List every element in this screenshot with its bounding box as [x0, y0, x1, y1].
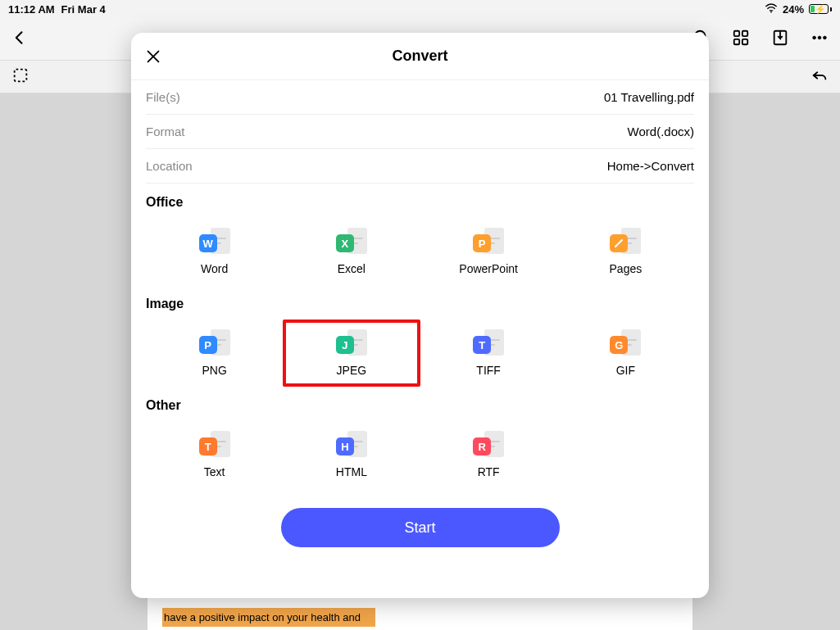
- format-png[interactable]: P PNG: [146, 320, 283, 387]
- grid-icon[interactable]: [732, 29, 750, 50]
- svg-rect-3: [742, 30, 747, 35]
- status-time: 11:12 AM: [8, 3, 55, 16]
- wifi-icon: [765, 3, 778, 16]
- start-button[interactable]: Start: [281, 508, 560, 547]
- format-jpeg-label: JPEG: [337, 364, 367, 377]
- svg-rect-4: [734, 39, 739, 43]
- info-row-location[interactable]: Location Home->Convert: [146, 149, 694, 184]
- modal-title: Convert: [392, 48, 447, 65]
- location-value: Home->Convert: [607, 159, 694, 173]
- format-rtf-label: RTF: [478, 465, 500, 478]
- section-office-title: Office: [146, 195, 694, 210]
- svg-point-8: [818, 36, 821, 39]
- format-value: Word(.docx): [628, 125, 694, 138]
- svg-point-0: [770, 11, 772, 12]
- format-word-label: Word: [201, 262, 228, 275]
- info-row-files[interactable]: File(s) 01 Travelling.pdf: [146, 80, 694, 115]
- section-other-title: Other: [146, 398, 694, 413]
- modal-header: Convert: [131, 33, 709, 80]
- format-gif[interactable]: G GIF: [557, 320, 694, 387]
- battery-icon: ⚡: [809, 4, 832, 14]
- files-value: 01 Travelling.pdf: [604, 90, 694, 104]
- format-pages-label: Pages: [610, 262, 642, 275]
- format-pages[interactable]: Pages: [557, 218, 694, 285]
- convert-modal: Convert File(s) 01 Travelling.pdf Format…: [131, 33, 709, 598]
- format-powerpoint[interactable]: P PowerPoint: [420, 218, 557, 285]
- format-rtf[interactable]: R RTF: [420, 421, 557, 488]
- format-excel-label: Excel: [338, 262, 366, 275]
- format-tiff[interactable]: T TIFF: [420, 320, 557, 387]
- svg-point-7: [813, 36, 816, 39]
- format-html-label: HTML: [336, 465, 367, 478]
- format-jpeg[interactable]: J JPEG: [283, 320, 420, 387]
- format-png-label: PNG: [202, 364, 226, 377]
- status-bar: 11:12 AM Fri Mar 4 24% ⚡: [0, 0, 840, 18]
- format-gif-label: GIF: [616, 364, 635, 377]
- info-row-format[interactable]: Format Word(.docx): [146, 115, 694, 149]
- document-highlight: have a positive impact on your health an…: [162, 608, 375, 628]
- format-html[interactable]: H HTML: [283, 421, 420, 488]
- more-icon[interactable]: [810, 29, 829, 50]
- format-text[interactable]: T Text: [146, 421, 283, 488]
- format-excel[interactable]: X Excel: [283, 218, 420, 285]
- bookmark-icon[interactable]: [771, 29, 789, 50]
- status-date: Fri Mar 4: [61, 3, 106, 16]
- undo-icon[interactable]: [810, 66, 829, 88]
- svg-point-9: [824, 36, 827, 39]
- start-button-label: Start: [404, 519, 435, 537]
- format-powerpoint-label: PowerPoint: [459, 262, 518, 275]
- svg-rect-2: [734, 30, 739, 35]
- section-image-title: Image: [146, 297, 694, 311]
- svg-rect-10: [15, 69, 27, 81]
- selection-icon[interactable]: [11, 66, 30, 88]
- format-text-label: Text: [204, 465, 225, 478]
- back-button[interactable]: [11, 26, 28, 52]
- close-button[interactable]: [144, 48, 162, 69]
- files-label: File(s): [146, 90, 180, 104]
- format-label: Format: [146, 125, 185, 138]
- svg-rect-5: [742, 39, 747, 43]
- location-label: Location: [146, 159, 193, 173]
- battery-percent: 24%: [783, 3, 804, 16]
- format-tiff-label: TIFF: [476, 364, 501, 377]
- format-word[interactable]: W Word: [146, 218, 283, 285]
